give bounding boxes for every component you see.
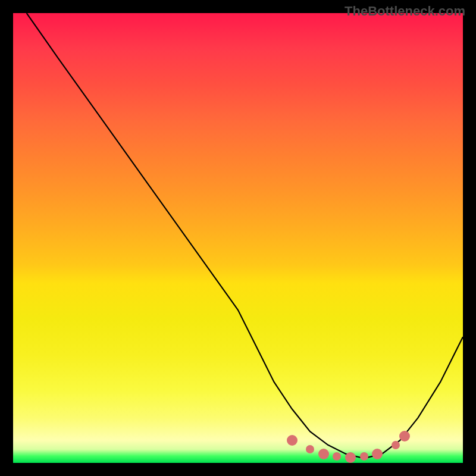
watermark-text: TheBottleneck.com [345, 4, 465, 19]
curve-marker [360, 452, 368, 461]
curve-marker [318, 449, 329, 459]
curve-marker [287, 435, 298, 446]
bottleneck-curve [13, 13, 463, 463]
curve-marker [392, 441, 400, 449]
curve-marker [372, 449, 383, 459]
curve-marker [345, 452, 356, 463]
curve-marker [333, 452, 341, 461]
chart-plot-area [13, 13, 463, 463]
curve-marker [399, 431, 410, 441]
curve-marker [306, 445, 314, 453]
curve-path [27, 13, 463, 458]
